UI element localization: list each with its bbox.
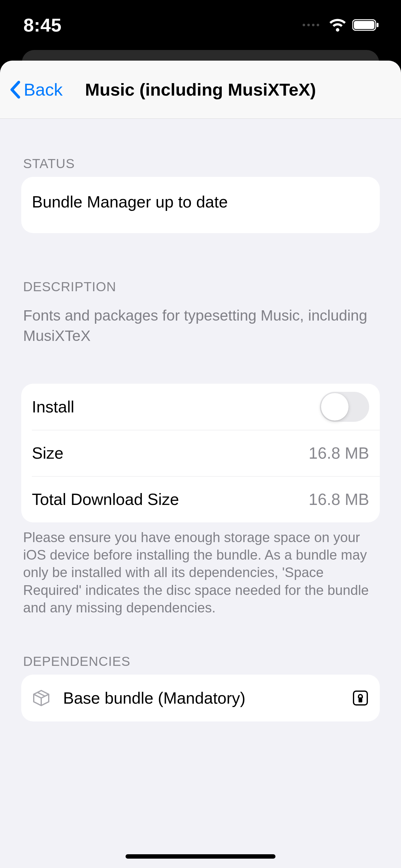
size-value: 16.8 MB [308,444,369,462]
total-size-value: 16.8 MB [308,490,369,509]
svg-rect-2 [377,23,378,27]
install-group: Install Size 16.8 MB Total Download Size… [21,384,380,522]
status-message: Bundle Manager up to date [32,192,228,211]
total-size-row: Total Download Size 16.8 MB [21,476,380,522]
modal-sheet: Back Music (including MusiXTeX) STATUS B… [0,61,401,868]
home-indicator[interactable] [126,854,275,859]
battery-icon [352,19,379,32]
install-row: Install [21,384,380,430]
description-text: Fonts and packages for typesetting Music… [21,300,380,346]
svg-rect-4 [359,698,362,703]
status-row: Bundle Manager up to date [21,177,380,233]
dependencies-group: Base bundle (Mandatory) [21,675,380,721]
status-icons [303,19,379,32]
chevron-left-icon [9,80,21,99]
status-group: Bundle Manager up to date [21,177,380,233]
svg-rect-1 [354,21,374,29]
size-row: Size 16.8 MB [21,430,380,476]
navigation-bar: Back Music (including MusiXTeX) [0,61,401,119]
status-bar: 8:45 [0,0,401,50]
total-size-label: Total Download Size [32,490,308,509]
back-label: Back [24,80,63,100]
cellular-dots-icon [303,24,319,26]
install-toggle[interactable] [320,392,369,422]
status-section-header: STATUS [21,156,380,177]
lock-icon [352,689,369,707]
install-label: Install [32,398,320,416]
content-scroll[interactable]: STATUS Bundle Manager up to date DESCRIP… [0,119,401,753]
size-label: Size [32,444,308,462]
toggle-knob [321,393,348,421]
package-icon [32,689,51,707]
install-footer-text: Please ensure you have enough storage sp… [21,522,380,617]
dependency-label: Base bundle (Mandatory) [63,689,339,707]
status-time: 8:45 [24,14,62,36]
device-screen: 8:45 Back Music (including Mu [0,0,401,868]
wifi-icon [329,19,347,32]
back-button[interactable]: Back [9,61,63,118]
dependencies-section-header: DEPENDENCIES [21,654,380,675]
dependency-row[interactable]: Base bundle (Mandatory) [21,675,380,721]
description-section-header: DESCRIPTION [21,279,380,300]
